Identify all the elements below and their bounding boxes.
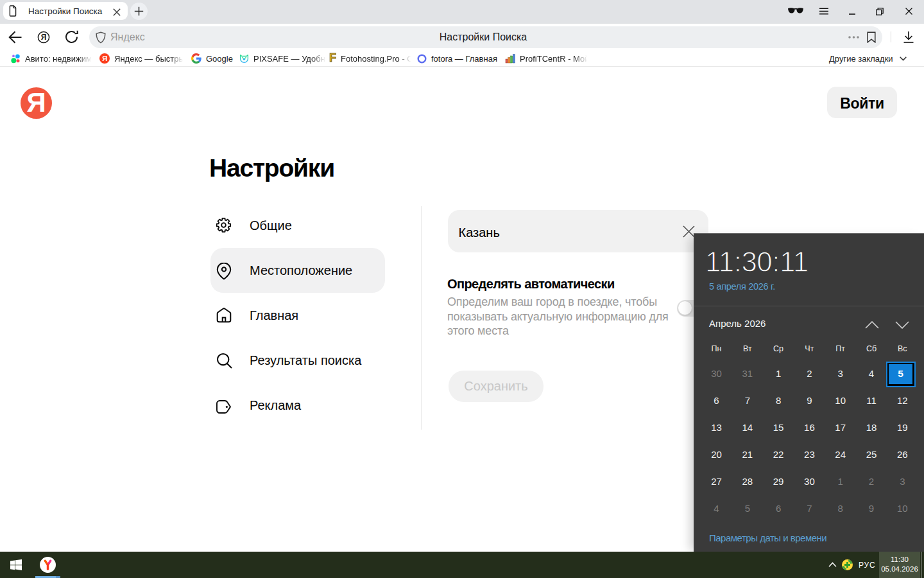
- svg-text:Я: Я: [102, 55, 107, 62]
- svg-text:Я: Я: [41, 33, 47, 42]
